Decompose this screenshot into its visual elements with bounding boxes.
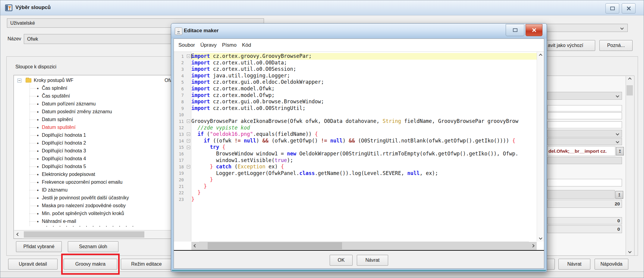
code-line[interactable]: 2import cz.ortex.util.o0.O0Data;	[174, 60, 537, 66]
editor-vertical-scrollbar[interactable]	[537, 52, 544, 242]
set-default-button[interactable]: avit jako výchozí	[542, 40, 595, 51]
tree-item[interactable]: ●Elektronicky podepisovat	[14, 170, 174, 178]
scroll-up-button[interactable]	[626, 78, 634, 80]
detail-combobox-2[interactable]	[547, 130, 622, 137]
code-line[interactable]: 16 BrowseWindow window1 = new OeldokWrap…	[174, 151, 537, 157]
tree-item[interactable]: ●Datum poslední změny záznamu	[14, 108, 174, 116]
tree-item[interactable]: ●Doplňující hodnota 1	[14, 131, 174, 139]
import-field[interactable]: del.Ofwk;__br__import cz.	[547, 146, 615, 156]
open-editor-button[interactable]: ↥	[616, 147, 624, 155]
detail-input-3[interactable]	[547, 121, 622, 128]
code-line[interactable]: 18 } catch (Exception ex) {	[174, 164, 537, 170]
tree-item[interactable]: ●Doplňující hodnota 2	[14, 139, 174, 147]
task-list-button[interactable]: Seznam úloh	[68, 241, 118, 252]
tree-item[interactable]: ●Datum splnění	[14, 116, 174, 123]
tree-item[interactable]: ●Doplňující hodnota 4	[14, 155, 174, 163]
code-line[interactable]: 10	[174, 111, 537, 118]
scroll-left-button[interactable]	[191, 242, 199, 250]
editor-scrollbar-thumb[interactable]	[208, 242, 342, 249]
value-0-field-2[interactable]: 0	[547, 225, 622, 233]
dialog-close-button[interactable]	[526, 24, 542, 36]
code-line[interactable]: 15 try {	[174, 144, 537, 151]
detail-input-1[interactable]	[547, 105, 622, 111]
menu-kod[interactable]: Kód	[239, 42, 254, 48]
dialog-return-button[interactable]: Návrat	[357, 255, 388, 266]
detail-row-gray-1[interactable]	[547, 157, 622, 164]
code-line[interactable]: 14 if ((ofwk != null) && (ofwk.getOfwp()…	[174, 138, 537, 144]
code-line[interactable]: 8import cz.ortex.gui.o0.browse.BrowseWin…	[174, 98, 537, 105]
code-line[interactable]: 9import cz.ortex.util.o0.O0StringUtil;	[174, 105, 537, 112]
collapse-icon[interactable]	[17, 79, 21, 83]
add-selected-button[interactable]: Přidat vybrané	[16, 241, 62, 252]
code-editor[interactable]: 1import cz.ortex.groovy.GroovyBrowsePar;…	[174, 52, 544, 251]
code-line[interactable]: 21 }	[174, 183, 537, 190]
edit-mode-button[interactable]: Režim editace	[121, 259, 172, 270]
menu-soubor[interactable]: Soubor	[176, 42, 198, 48]
code-line[interactable]: 12 //zde vypiste kod	[174, 125, 537, 131]
code-line[interactable]: 19 Logger.getLogger(OfwkPanel.class.getN…	[174, 170, 537, 177]
tree-item[interactable]: ●ID záznamu	[14, 186, 174, 194]
tree-item[interactable]: ●Frekvence upozornění pomocí emailu	[14, 178, 174, 186]
menu-pismo[interactable]: Písmo	[219, 42, 239, 48]
maximize-button[interactable]	[605, 3, 619, 14]
tree-item[interactable]: ●Datum spuštění	[14, 123, 174, 131]
value-20-field[interactable]: 20	[547, 200, 622, 208]
fold-marker-icon[interactable]	[185, 146, 191, 149]
fold-marker-icon[interactable]	[185, 120, 191, 123]
scroll-down-button[interactable]	[626, 250, 634, 253]
fold-marker-icon[interactable]	[185, 133, 191, 136]
tree-horizontal-scrollbar[interactable]	[14, 230, 174, 238]
fold-marker-icon[interactable]	[185, 165, 191, 168]
editor-horizontal-scrollbar[interactable]	[174, 242, 537, 250]
detail-combobox-3[interactable]	[547, 138, 622, 145]
edit-detail-button[interactable]: Upravit detail	[8, 259, 58, 270]
detail-combobox-1[interactable]	[547, 92, 622, 100]
scroll-left-button[interactable]	[14, 230, 22, 239]
code-lines[interactable]: 1import cz.ortex.groovy.GroovyBrowsePar;…	[174, 53, 537, 203]
help-button[interactable]: Nápověda	[595, 259, 628, 270]
code-line[interactable]: 23}	[174, 196, 537, 203]
tree-item[interactable]: ●Maska pro nalezení zodpovědné osoby	[14, 202, 174, 210]
code-line[interactable]: 20 }	[174, 176, 537, 183]
detail-vertical-scrollbar[interactable]	[626, 76, 633, 255]
code-line[interactable]: 6import cz.ortex.model.Ofwk;	[174, 86, 537, 92]
menu-upravy[interactable]: Úpravy	[198, 42, 219, 48]
code-line[interactable]: 7import cz.ortex.model.Ofwp;	[174, 92, 537, 99]
ok-button[interactable]: OK	[330, 255, 353, 266]
detail-input-4[interactable]	[547, 179, 622, 186]
tree-item[interactable]: ●Čas spuštění	[14, 92, 174, 100]
code-line[interactable]: 22 }	[174, 189, 537, 196]
code-line[interactable]: 11GroovyBrowsePar akceIkonaBrowse(Ofwk o…	[174, 118, 537, 125]
code-line[interactable]: 17 window1.setVisible(true);	[174, 157, 537, 164]
tree-item[interactable]: ●Doplňující hodnota 5	[14, 163, 174, 170]
code-line[interactable]: 1import cz.ortex.groovy.GroovyBrowsePar;	[174, 53, 537, 60]
tree-item[interactable]: ●Datum pořízení záznamu	[14, 100, 174, 108]
fold-marker-icon[interactable]	[185, 139, 191, 142]
code-line[interactable]: 4import java.util.logging.Logger;	[174, 73, 537, 79]
detail-row-gray-2[interactable]	[547, 190, 615, 199]
tree-item[interactable]: ●Min. počet splněných volitelných kroků	[14, 210, 174, 217]
tree-scrollbar-thumb[interactable]	[24, 231, 144, 238]
fold-marker-icon[interactable]	[185, 55, 191, 58]
tree-root-row[interactable]: Kroky postupů WF Ofw	[16, 77, 173, 84]
note-button[interactable]: Pozná...	[599, 40, 633, 51]
dialog-titlebar[interactable]	[171, 23, 547, 39]
code-line[interactable]: 3import cz.ortex.util.o0.O0Session;	[174, 66, 537, 73]
scroll-right-button[interactable]	[529, 242, 537, 250]
close-button[interactable]	[622, 3, 636, 14]
tree-item[interactable]: ●Doplňující hodnota 3	[14, 147, 174, 155]
detail-scrollbar-thumb[interactable]	[627, 85, 633, 95]
return-button[interactable]: Návrat	[558, 259, 590, 270]
open-editor-button-2[interactable]: ↥	[615, 191, 623, 199]
code-line[interactable]: 13 if ("oeldok16.png".equals(fieldName))…	[174, 131, 537, 138]
tree-item[interactable]: ●Čas splnění	[14, 84, 174, 92]
scroll-up-button[interactable]	[537, 54, 544, 57]
dialog-maximize-button[interactable]	[506, 24, 524, 36]
tree-item[interactable]: ●Jestli je povinnost pověřit další účast…	[14, 194, 174, 202]
detail-input-2[interactable]	[547, 112, 622, 119]
tree-item[interactable]: ●Náhradní e-mail	[14, 217, 174, 225]
value-0-field-1[interactable]: 0	[547, 217, 622, 224]
scroll-down-button[interactable]	[537, 237, 544, 239]
code-line[interactable]: 5import cz.ortex.gui.o0.eldoc.OeldokWrap…	[174, 79, 537, 86]
editor-scrollbar-track[interactable]	[199, 242, 529, 250]
